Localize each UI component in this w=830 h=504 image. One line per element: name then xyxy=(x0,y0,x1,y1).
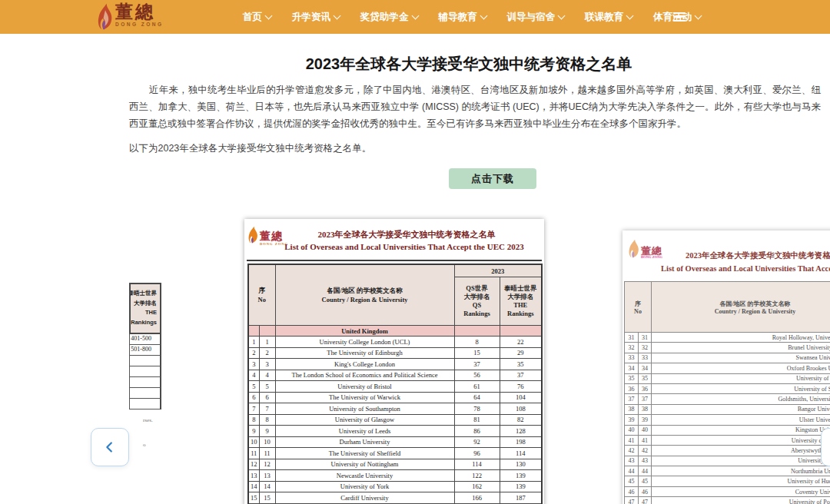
row-number: 3 xyxy=(259,359,275,370)
ranking-value: 139 xyxy=(500,470,542,482)
nav-item-label: 联课教育 xyxy=(585,11,623,24)
ranking-value: 37 xyxy=(500,370,542,381)
chevron-down-icon xyxy=(334,12,341,19)
row-number: 32 xyxy=(639,343,652,353)
nav-item-label: 辅导教育 xyxy=(439,11,477,24)
university-name: University of Southampton xyxy=(275,403,454,415)
col-header-no: 序 No xyxy=(248,264,275,326)
row-number: 8 xyxy=(259,414,275,426)
main-nav: 首页升学资讯奖贷助学金辅导教育训导与宿舍联课教育体育活动 xyxy=(243,0,701,34)
row-number: 43 xyxy=(625,456,639,466)
carousel-page-previous[interactable]: 泰晤士世界 大学排名 THE Rankings 401-500501-800 r… xyxy=(0,223,165,484)
row-number: 7 xyxy=(259,403,275,415)
ranking-value: 92 xyxy=(454,436,500,448)
table-row: 3636University of Stirling xyxy=(625,383,830,393)
ranking-value: 198 xyxy=(500,436,542,448)
ranking-value: 81 xyxy=(454,414,500,426)
carousel-page-current[interactable]: 董總 DONG ZONG 2023年全球各大学接受华文独中统考资格之名单 Lis… xyxy=(244,219,544,504)
row-number: 35 xyxy=(625,373,639,383)
university-name: Kingston University xyxy=(652,425,830,435)
university-name: King's College London xyxy=(275,359,454,370)
nav-item[interactable]: 联课教育 xyxy=(585,11,632,24)
university-name: Aberystwyth University xyxy=(652,446,830,456)
col-header-line: Rankings xyxy=(129,318,157,328)
table-row: 3939Ulster University xyxy=(625,415,830,425)
carousel-prev-button[interactable] xyxy=(91,428,129,466)
ranking-value: 162 xyxy=(454,481,500,492)
table-row: 4747University of Portsmouth xyxy=(625,497,830,504)
row-number: 34 xyxy=(639,363,652,373)
logo-text-cn: 董總 xyxy=(115,3,164,21)
university-name: University of Nottingham xyxy=(275,459,454,470)
table-row: 4444Northumbria University xyxy=(625,466,830,476)
carousel-page-next[interactable]: 董總 DONG ZONG 2023年全球各大学接受华文独中统考资格之名单 Lis… xyxy=(622,230,830,504)
main-table-body: 11University College London (UCL)82222Th… xyxy=(248,337,542,504)
ranking-value: 82 xyxy=(500,414,542,426)
table-row: 33King's College London3735 xyxy=(248,359,542,370)
document-logo-en: DONG ZONG xyxy=(641,256,662,260)
university-name: Cardiff University xyxy=(275,492,454,504)
nav-item[interactable]: 训导与宿舍 xyxy=(507,11,565,24)
col-header-no: 序 No xyxy=(625,282,652,333)
col-header-university: 各国/地区 的学校英文名称 Country / Region & Univers… xyxy=(652,282,830,333)
row-number: 39 xyxy=(625,415,639,425)
menu-icon[interactable] xyxy=(673,12,686,22)
nav-item[interactable]: 升学资讯 xyxy=(292,11,340,24)
col-header-university: 各国/地区 的学校英文名称 Country / Region & Univers… xyxy=(275,264,454,326)
table-row: 4040Kingston University xyxy=(625,425,830,435)
carousel-next-button[interactable] xyxy=(821,428,830,466)
ranking-value: 114 xyxy=(454,459,500,470)
ranking-value: 8 xyxy=(454,337,500,348)
table-row: 11University College London (UCL)822 xyxy=(248,337,542,348)
row-number: 14 xyxy=(259,481,275,492)
row-number: 37 xyxy=(625,394,639,404)
nav-item[interactable]: 首页 xyxy=(243,11,271,24)
table-row: 22The University of Edinburgh1529 xyxy=(248,347,542,359)
uec-table-page2: 序 No 各国/地区 的学校英文名称 Country / Region & Un… xyxy=(624,281,830,504)
row-number: 5 xyxy=(248,381,259,393)
university-name: University of Glasgow xyxy=(275,414,454,426)
document-title-cn: 2023年全球各大学接受华文独中统考资格之名单 xyxy=(275,229,538,240)
ranking-value: 501-800 xyxy=(131,346,151,353)
chevron-down-icon xyxy=(265,12,273,19)
document-logo: 董總 DONG ZONG xyxy=(629,237,662,260)
row-number: 15 xyxy=(259,492,275,504)
table-row: 3131Royal Holloway, University of London xyxy=(625,333,830,343)
table-row: 3232Brunel University London xyxy=(625,343,830,353)
row-number: 33 xyxy=(625,353,639,363)
left-page-row xyxy=(129,356,161,366)
download-button[interactable]: 点击下载 xyxy=(449,168,536,189)
row-number: 2 xyxy=(248,347,259,359)
left-page-the-column: 泰晤士世界 大学排名 THE Rankings 401-500501-800 xyxy=(129,283,161,410)
row-number: 12 xyxy=(248,459,259,470)
row-number: 15 xyxy=(248,492,259,504)
document-title-cn: 2023年全球各大学接受华文独中统考资格之名单 xyxy=(686,250,830,261)
table-row: 4545University of Huddersfield xyxy=(625,476,830,486)
row-number: 33 xyxy=(639,353,652,363)
row-number: 44 xyxy=(625,466,639,476)
left-page-footnote-fragment: rses. xyxy=(143,417,153,423)
col-header-line: THE xyxy=(129,308,157,318)
section-label: United Kingdom xyxy=(275,326,454,337)
table-row: 99University of Leeds86128 xyxy=(248,426,542,437)
ranking-value: 29 xyxy=(500,347,542,359)
ranking-value: 35 xyxy=(500,359,542,370)
table-row: 3434Oxford Brookes University xyxy=(625,363,830,373)
flame-logo-icon xyxy=(629,237,639,260)
row-number: 43 xyxy=(639,456,652,466)
nav-item[interactable]: 辅导教育 xyxy=(439,11,486,24)
row-number: 10 xyxy=(248,436,259,448)
ranking-value: 37 xyxy=(454,359,500,370)
chevron-down-icon xyxy=(558,12,566,19)
university-name: University College London (UCL) xyxy=(275,337,454,348)
row-number: 11 xyxy=(259,448,275,459)
row-number: 46 xyxy=(625,486,639,496)
site-logo[interactable]: 董總 DONG ZONG xyxy=(98,3,164,30)
university-name: Goldsmiths, University of London xyxy=(652,394,830,404)
table-row: 1414University of York162139 xyxy=(248,481,542,492)
table-row: 4242Aberystwyth University xyxy=(625,446,830,456)
page: 董總 DONG ZONG 首页升学资讯奖贷助学金辅导教育训导与宿舍联课教育体育活… xyxy=(0,0,830,504)
table-row: 1010Durham University92198 xyxy=(248,436,542,448)
nav-item[interactable]: 奖贷助学金 xyxy=(360,11,418,24)
row-number: 31 xyxy=(639,333,652,343)
